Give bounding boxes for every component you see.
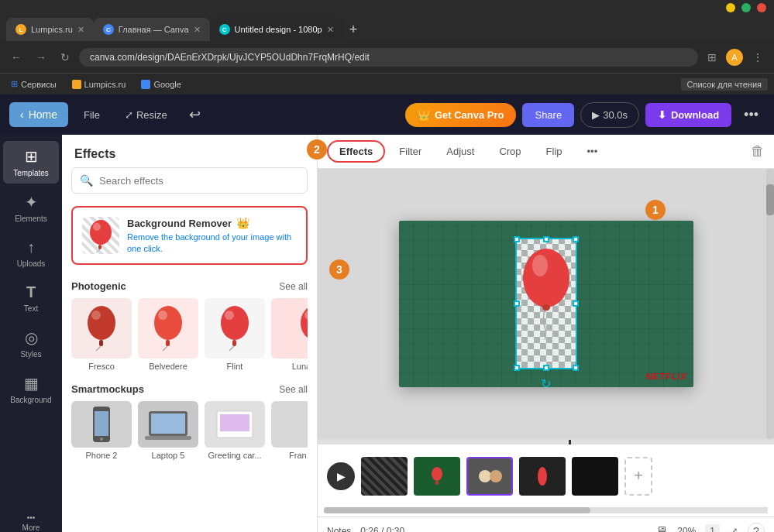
timeline-thumb-4[interactable]: [519, 457, 566, 496]
share-button[interactable]: Share: [522, 103, 574, 127]
bookmark-google[interactable]: Google: [136, 78, 185, 91]
bookmark-services[interactable]: ⊞ Сервисы: [6, 77, 61, 91]
back-button[interactable]: ←: [6, 48, 26, 67]
timeline-scrollbar-thumb[interactable]: [324, 507, 590, 513]
forward-button[interactable]: →: [31, 48, 51, 67]
timer-button[interactable]: ▶ 30.0s: [580, 102, 639, 128]
mockup-thumb-greeting: [205, 401, 265, 448]
tab-flip[interactable]: Flip: [535, 142, 573, 161]
tab-bar: L Lumpics.ru ✕ C Главная — Canva ✕ C Unt…: [0, 12, 774, 42]
profile-button[interactable]: A: [726, 49, 743, 66]
help-button[interactable]: ?: [748, 523, 765, 533]
fullscreen-button[interactable]: ⤢: [729, 525, 738, 533]
timeline-play-button[interactable]: ▶: [327, 462, 355, 490]
tab-canva-design[interactable]: C Untitled design - 1080p ✕: [210, 18, 343, 41]
sidebar-item-elements[interactable]: ✦ Elements: [3, 187, 59, 229]
bookmark-lumpics[interactable]: Lumpics.ru: [67, 78, 131, 91]
sidebar-item-templates[interactable]: ⊞ Templates: [3, 141, 59, 184]
address-input[interactable]: [79, 48, 698, 67]
balloon-svg: [515, 238, 577, 346]
tab-more[interactable]: •••: [576, 142, 609, 161]
notes-button[interactable]: Notes: [327, 526, 351, 533]
sidebar-more[interactable]: ••• More: [16, 507, 46, 532]
menu-button[interactable]: ⋮: [748, 48, 768, 67]
vertical-scrollbar[interactable]: [766, 169, 774, 439]
crown-icon: 👑: [418, 109, 430, 121]
tab-lumpics[interactable]: L Lumpics.ru ✕: [6, 18, 94, 41]
effect-item-belvedere[interactable]: Belvedere: [138, 298, 198, 371]
desktop-view-button[interactable]: 🖥: [655, 524, 668, 533]
effect-item-luna[interactable]: Luna: [271, 298, 308, 371]
reload-button[interactable]: ↻: [56, 48, 74, 67]
photogenic-see-all[interactable]: See all: [279, 281, 308, 292]
tab-adjust[interactable]: Adjust: [435, 142, 485, 161]
mockup-item-greeting[interactable]: Greeting car...: [205, 401, 265, 462]
effect-item-fresco[interactable]: Fresco: [71, 298, 132, 371]
svg-rect-23: [95, 411, 108, 436]
background-remover-card[interactable]: Background Remover 👑 Remove the backgrou…: [71, 206, 308, 265]
elements-icon: ✦: [25, 193, 38, 211]
home-button[interactable]: ‹ Home: [9, 102, 68, 127]
handle-bm[interactable]: [543, 365, 549, 371]
tab-close-canva-design[interactable]: ✕: [327, 25, 334, 35]
mockup-item-fran[interactable]: Fran...: [271, 401, 308, 462]
tab-close-canva-home[interactable]: ✕: [194, 25, 201, 35]
timeline-thumb-3[interactable]: [466, 457, 513, 496]
effect-item-flint[interactable]: Flint: [205, 298, 265, 371]
handle-br[interactable]: [573, 365, 579, 371]
minimize-button[interactable]: [726, 3, 735, 12]
handle-bl[interactable]: [514, 365, 520, 371]
canva-app: ‹ Home File ⤢ Resize ↩ 👑 Get Canva Pro S…: [0, 94, 774, 532]
tab-filter[interactable]: Filter: [388, 142, 432, 161]
download-button[interactable]: ⬇ Download: [645, 103, 731, 127]
timeline-thumb-1[interactable]: [361, 457, 408, 496]
sidebar-item-text[interactable]: T Text: [3, 277, 59, 319]
tab-crop[interactable]: Crop: [488, 142, 531, 161]
svg-rect-35: [435, 481, 439, 485]
timeline-thumb-5[interactable]: [572, 457, 618, 496]
canvas-area[interactable]: 1 NETFLIX: [318, 169, 774, 439]
effect-label-fresco: Fresco: [88, 362, 115, 371]
undo-button[interactable]: ↩: [183, 103, 207, 126]
mockup-item-laptop[interactable]: Laptop 5: [138, 401, 198, 462]
selection-area[interactable]: ↻: [515, 238, 577, 369]
more-options-button[interactable]: •••: [738, 104, 765, 126]
scrollbar-thumb-v[interactable]: [766, 184, 774, 215]
timeline-scrubber[interactable]: [569, 440, 571, 444]
file-button[interactable]: File: [74, 105, 109, 125]
timeline-add-button[interactable]: +: [624, 457, 652, 496]
svg-point-24: [100, 438, 103, 441]
tab-canva-home[interactable]: C Главная — Canva ✕: [94, 18, 210, 41]
mockup-item-phone[interactable]: Phone 2: [71, 401, 132, 462]
tab-effects[interactable]: Effects: [327, 140, 385, 163]
zoom-display: 20%: [677, 526, 696, 533]
smartmockups-section: Smartmockups See all Phone 2: [62, 377, 317, 468]
effect-label-luna: Luna: [292, 362, 308, 371]
tab-close-lumpics[interactable]: ✕: [77, 25, 84, 35]
svg-point-15: [221, 306, 249, 340]
smartmockups-see-all[interactable]: See all: [279, 384, 308, 395]
more-label: More: [22, 523, 40, 532]
close-button[interactable]: [757, 3, 766, 12]
crown-badge: 👑: [236, 217, 249, 229]
sidebar-item-uploads[interactable]: ↑ Uploads: [3, 232, 59, 274]
timeline-thumb-2[interactable]: [414, 457, 460, 496]
reading-list-button[interactable]: Список для чтения: [681, 78, 768, 91]
search-input[interactable]: [99, 175, 299, 187]
new-tab-button[interactable]: +: [343, 19, 364, 41]
extensions-button[interactable]: ⊞: [703, 48, 721, 67]
maximize-button[interactable]: [741, 3, 751, 12]
sidebar-item-styles[interactable]: ◎ Styles: [3, 322, 59, 365]
sidebar-item-background[interactable]: ▦ Background: [3, 368, 59, 410]
resize-button[interactable]: ⤢ Resize: [115, 105, 177, 125]
timer-label: 30.0s: [603, 109, 628, 121]
delete-button[interactable]: 🗑: [751, 143, 765, 160]
svg-point-1: [93, 223, 101, 231]
home-chevron-icon: ‹: [20, 108, 24, 121]
tab-title-lumpics: Lumpics.ru: [31, 25, 73, 34]
get-pro-button[interactable]: 👑 Get Canva Pro: [405, 103, 517, 127]
svg-point-11: [158, 311, 167, 320]
rotate-handle[interactable]: ↻: [541, 376, 551, 388]
uploads-icon: ↑: [27, 239, 35, 256]
mockup-thumb-phone: [71, 401, 132, 448]
